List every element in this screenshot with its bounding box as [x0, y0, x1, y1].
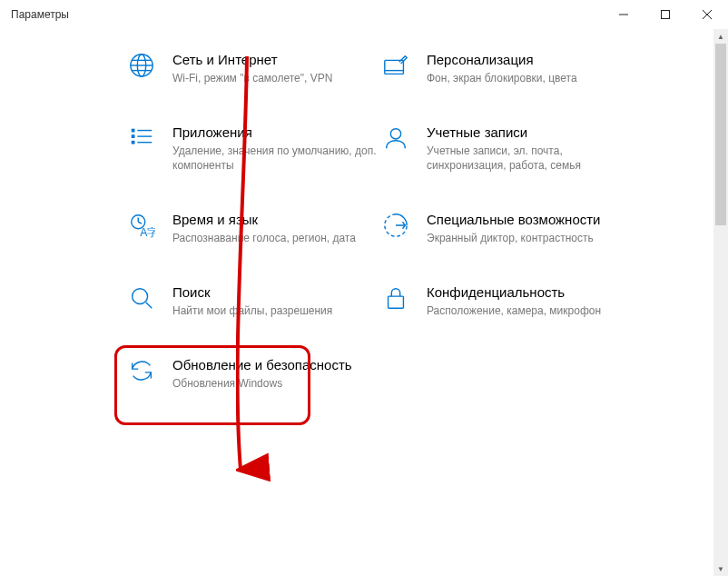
maximize-icon [661, 10, 670, 19]
scrollbar[interactable]: ▲ ▼ [713, 29, 728, 576]
svg-rect-13 [132, 141, 135, 144]
maximize-button[interactable] [644, 0, 686, 29]
svg-rect-1 [662, 11, 670, 19]
tile-personalization[interactable]: Персонализация Фон, экран блокировки, цв… [381, 51, 635, 85]
minimize-button[interactable] [603, 0, 644, 29]
paint-icon [381, 51, 410, 80]
scroll-up-icon[interactable]: ▲ [713, 29, 728, 44]
tile-title: Специальные возможности [427, 211, 635, 229]
tile-title: Время и язык [172, 211, 381, 229]
time-language-icon: A字 [127, 211, 156, 240]
tile-subtitle: Учетные записи, эл. почта, синхронизация… [427, 144, 635, 173]
svg-rect-9 [385, 60, 404, 74]
globe-icon [127, 51, 156, 80]
tile-subtitle: Удаление, значения по умолчанию, доп. ко… [172, 144, 381, 173]
tile-title: Учетные записи [427, 124, 635, 142]
tile-subtitle: Найти мои файлы, разрешения [172, 303, 381, 318]
settings-grid: Сеть и Интернет Wi-Fi, режим "в самолете… [0, 29, 713, 391]
ease-icon [381, 211, 410, 240]
svg-point-17 [390, 129, 400, 139]
tile-subtitle: Расположение, камера, микрофон [427, 303, 635, 318]
tile-search[interactable]: Поиск Найти мои файлы, разрешения [127, 283, 381, 318]
tile-apps[interactable]: Приложения Удаление, значения по умолчан… [127, 124, 381, 173]
tile-subtitle: Распознавание голоса, регион, дата [172, 231, 381, 245]
svg-point-22 [133, 289, 148, 304]
titlebar: Параметры [0, 0, 728, 29]
tile-title: Конфиденциальность [427, 283, 635, 302]
person-icon [381, 124, 410, 153]
svg-rect-11 [132, 129, 135, 133]
search-icon [127, 283, 156, 313]
tile-title: Поиск [172, 283, 381, 302]
tile-subtitle: Экранный диктор, контрастность [427, 231, 635, 245]
scroll-thumb[interactable] [715, 44, 726, 225]
tile-ease-of-access[interactable]: Специальные возможности Экранный диктор,… [381, 211, 635, 245]
tile-network[interactable]: Сеть и Интернет Wi-Fi, режим "в самолете… [127, 51, 381, 85]
close-icon [703, 10, 712, 19]
tile-subtitle: Обновления Windows [172, 376, 381, 391]
tile-title: Персонализация [427, 51, 635, 69]
close-button[interactable] [686, 0, 728, 29]
settings-content: Сеть и Интернет Wi-Fi, режим "в самолете… [0, 29, 713, 576]
tile-title: Обновление и безопасность [172, 356, 381, 374]
tile-title: Приложения [172, 124, 381, 142]
tile-time-language[interactable]: A字 Время и язык Распознавание голоса, ре… [127, 211, 381, 245]
lock-icon [381, 283, 410, 313]
sync-icon [127, 356, 156, 385]
scroll-down-icon[interactable]: ▼ [713, 561, 728, 576]
apps-icon [127, 124, 156, 153]
minimize-icon [619, 10, 628, 19]
tile-accounts[interactable]: Учетные записи Учетные записи, эл. почта… [381, 124, 635, 173]
svg-rect-12 [132, 134, 135, 138]
svg-line-23 [146, 303, 152, 309]
svg-rect-24 [389, 296, 404, 308]
svg-line-20 [138, 222, 142, 223]
tile-title: Сеть и Интернет [172, 51, 381, 69]
tile-update-security[interactable]: Обновление и безопасность Обновления Win… [127, 356, 381, 391]
tile-privacy[interactable]: Конфиденциальность Расположение, камера,… [381, 283, 635, 318]
window-title: Параметры [11, 8, 69, 21]
tile-subtitle: Wi-Fi, режим "в самолете", VPN [172, 71, 381, 85]
svg-text:A字: A字 [140, 226, 155, 239]
tile-subtitle: Фон, экран блокировки, цвета [427, 71, 635, 85]
